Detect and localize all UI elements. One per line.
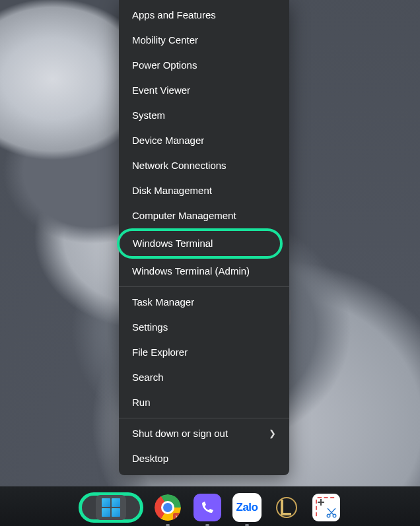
menu-item-search[interactable]: Search: [119, 365, 289, 390]
menu-item-settings[interactable]: Settings: [119, 315, 289, 340]
taskbar-app-chrome[interactable]: V: [153, 492, 183, 523]
menu-item-system[interactable]: System: [119, 103, 289, 128]
menu-item-run[interactable]: Run: [119, 390, 289, 415]
menu-item-disk-management[interactable]: Disk Management: [119, 178, 289, 203]
menu-separator: [119, 418, 289, 418]
menu-item-power-options[interactable]: Power Options: [119, 53, 289, 78]
menu-item-windows-terminal-admin[interactable]: Windows Terminal (Admin): [119, 259, 289, 284]
taskbar-start-button[interactable]: [79, 492, 143, 523]
menu-item-apps-and-features[interactable]: Apps and Features: [119, 3, 289, 28]
menu-item-windows-terminal[interactable]: Windows Terminal: [117, 228, 283, 259]
taskbar-app-snipping-tool[interactable]: [311, 492, 341, 523]
chrome-profile-badge: V: [173, 513, 182, 522]
menu-separator: [119, 286, 289, 287]
snipping-tool-icon: [312, 494, 340, 521]
windows-logo-icon: [102, 498, 120, 517]
viber-icon: [193, 494, 221, 521]
menu-item-file-explorer[interactable]: File Explorer: [119, 340, 289, 365]
league-of-legends-icon: [273, 494, 300, 521]
zalo-icon: Zalo: [232, 493, 262, 522]
winx-context-menu: Apps and Features Mobility Center Power …: [119, 0, 289, 475]
menu-item-shut-down-or-sign-out[interactable]: Shut down or sign out ❯: [119, 421, 289, 446]
taskbar-app-league-of-legends[interactable]: [271, 492, 302, 523]
chrome-icon: V: [155, 494, 181, 521]
taskbar-app-zalo[interactable]: Zalo: [232, 492, 262, 523]
taskbar-app-viber[interactable]: [192, 492, 223, 523]
menu-item-network-connections[interactable]: Network Connections: [119, 153, 289, 178]
menu-item-device-manager[interactable]: Device Manager: [119, 128, 289, 153]
menu-item-mobility-center[interactable]: Mobility Center: [119, 28, 289, 53]
taskbar: V Zalo: [0, 486, 420, 526]
menu-item-task-manager[interactable]: Task Manager: [119, 290, 289, 315]
menu-item-computer-management[interactable]: Computer Management: [119, 203, 289, 228]
menu-item-event-viewer[interactable]: Event Viewer: [119, 78, 289, 103]
chevron-right-icon: ❯: [269, 428, 276, 439]
menu-item-desktop[interactable]: Desktop: [119, 446, 289, 471]
